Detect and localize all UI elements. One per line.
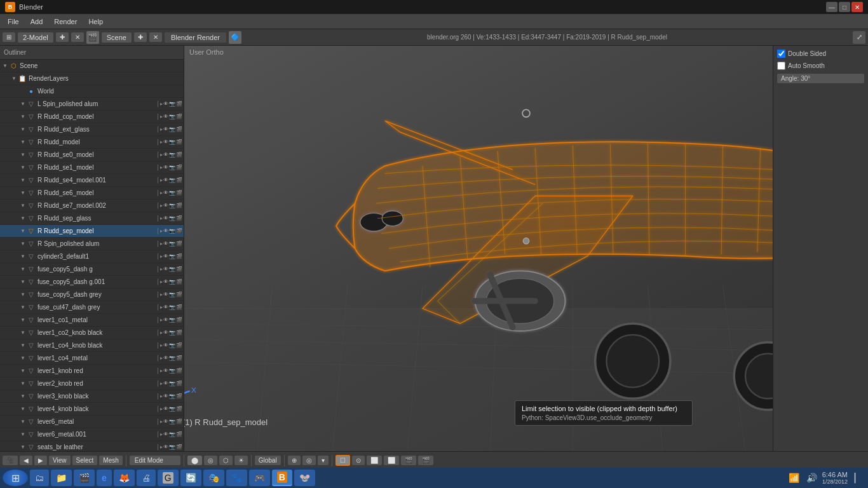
scene-icon-ctrl[interactable]: 🎬 [176,406,182,412]
eye-icon[interactable]: 👁 [163,444,168,450]
scene-icon-ctrl[interactable]: 🎬 [176,381,182,386]
render-icon[interactable]: 📷 [169,279,175,285]
angle-field[interactable]: Angle: 30° [777,74,864,83]
nav-btn-1[interactable]: ◀ [20,456,32,465]
restrict-select-icon[interactable]: ▸ [160,126,163,132]
more-btn-1[interactable]: ⬜ [367,456,382,465]
restrict-select-icon[interactable]: ▸ [160,444,163,450]
eye-icon[interactable]: 👁 [163,101,168,107]
taskbar-app-ie[interactable]: e [97,470,112,486]
scene-icon-ctrl[interactable]: 🎬 [176,330,182,336]
restrict-select-icon[interactable]: ▸ [160,139,163,145]
outliner-item[interactable]: ▼ ▽ fuse_cut47_dash grey │ ▸ 👁 📷 🎬 [0,301,184,314]
render-icon[interactable]: 📷 [169,342,175,348]
restrict-icon[interactable]: │ [156,419,159,424]
scene-icon-ctrl[interactable]: 🎬 [176,393,182,399]
outliner-item[interactable]: ▼ ▽ R Rudd_se0_model │ ▸ 👁 📷 🎬 [0,149,184,161]
eye-icon[interactable]: 👁 [163,393,168,399]
restrict-select-icon[interactable]: ▸ [160,304,163,310]
render-icon[interactable]: 📷 [169,355,175,361]
scene-icon-ctrl[interactable]: 🎬 [176,342,182,348]
render-icon[interactable]: 📷 [169,393,175,399]
view-menu-btn[interactable]: View [49,456,71,465]
render-icon[interactable]: 📷 [169,266,175,272]
eye-icon[interactable]: 👁 [163,342,168,348]
restrict-icon[interactable]: │ [156,381,159,386]
restrict-icon[interactable]: │ [156,215,159,221]
outliner-item[interactable]: ▼ ▽ R Rudd_sep_glass │ ▸ 👁 📷 🎬 [0,212,184,225]
restrict-icon[interactable]: │ [156,101,159,107]
edit-mode-dropdown[interactable]: Edit Mode [130,456,180,465]
minimize-button[interactable]: — [826,2,837,12]
taskbar-app-printer[interactable]: 🖨 [137,470,156,486]
occlude-btn[interactable]: ☐ [336,455,350,466]
restrict-icon[interactable]: │ [156,152,159,158]
scene-icon-ctrl[interactable]: 🎬 [176,254,182,259]
render-icon[interactable]: 📷 [169,419,175,424]
shade-wire-btn[interactable]: ◎ [204,456,217,465]
taskbar-app-files[interactable]: 📁 [51,470,72,486]
taskbar-app-explorer[interactable]: 🗂 [30,470,49,486]
eye-icon[interactable]: 👁 [163,406,168,412]
restrict-icon[interactable]: │ [156,241,159,247]
render-icon[interactable]: 📷 [169,292,175,297]
restrict-icon[interactable]: │ [156,228,159,234]
restrict-select-icon[interactable]: ▸ [160,114,163,119]
restrict-select-icon[interactable]: ▸ [160,279,163,285]
eye-icon[interactable]: 👁 [163,215,168,221]
render-icon[interactable]: 📷 [169,254,175,259]
eye-icon[interactable]: 👁 [163,203,168,208]
outliner-item[interactable]: ▼ ▽ fuse_copy5_dash grey │ ▸ 👁 📷 🎬 [0,288,184,301]
scene-icon-ctrl[interactable]: 🎬 [176,190,182,196]
scene-icon-ctrl[interactable]: 🎬 [176,292,182,297]
scene-icon-ctrl[interactable]: 🎬 [176,126,182,132]
eye-icon[interactable]: 👁 [163,266,168,272]
expand-viewport-btn[interactable]: ⤢ [853,31,865,44]
shade-solid-btn[interactable]: ⬤ [187,456,202,465]
restrict-select-icon[interactable]: ▸ [160,355,163,361]
restrict-icon[interactable]: │ [156,254,159,259]
eye-icon[interactable]: 👁 [163,330,168,336]
restrict-select-icon[interactable]: ▸ [160,254,163,259]
eye-icon[interactable]: 👁 [163,139,168,145]
outliner-item[interactable]: ▼ ▽ R Rudd_se7_model.002 │ ▸ 👁 📷 🎬 [0,200,184,212]
restrict-icon[interactable]: │ [156,203,159,208]
restrict-icon[interactable]: │ [156,330,159,336]
restrict-select-icon[interactable]: ▸ [160,165,163,170]
eye-icon[interactable]: 👁 [163,165,168,170]
volume-icon[interactable]: 🔊 [804,470,820,485]
outliner-item[interactable]: ▼ ▽ R Rudd_se4_model.001 │ ▸ 👁 📷 🎬 [0,174,184,187]
start-button[interactable]: ⊞ [3,470,28,486]
outliner-list[interactable]: ▼ ⬡ Scene ▼ 📋 RenderLayers ● World ▼ ▽ L… [0,60,184,451]
scene-icon-ctrl[interactable]: 🎬 [176,114,182,119]
eye-icon[interactable]: 👁 [163,292,168,297]
restrict-select-icon[interactable]: ▸ [160,292,163,297]
outliner-item[interactable]: ▼ ▽ fuse_copy5_dash g │ ▸ 👁 📷 🎬 [0,263,184,276]
render-icon[interactable]: 📷 [169,304,175,310]
eye-icon[interactable]: 👁 [163,177,168,183]
eye-icon[interactable]: 👁 [163,228,168,234]
restrict-icon[interactable]: │ [156,368,159,374]
outliner-item[interactable]: ▼ ⬡ Scene [0,60,184,72]
restrict-select-icon[interactable]: ▸ [160,203,163,208]
outliner-item[interactable]: ▼ ▽ R Rudd_sep_model │ ▸ 👁 📷 🎬 [0,225,184,238]
scene-icon-ctrl[interactable]: 🎬 [176,215,182,221]
taskbar-app-blender[interactable]: B [272,470,292,486]
scene-icon-ctrl[interactable]: 🎬 [176,444,182,450]
restrict-select-icon[interactable]: ▸ [160,228,163,234]
eye-icon[interactable]: 👁 [163,279,168,285]
taskbar-app-firefox[interactable]: 🦊 [114,470,135,486]
menu-file[interactable]: File [3,17,24,27]
eye-icon[interactable]: 👁 [163,317,168,323]
scene-icon-ctrl[interactable]: 🎬 [176,139,182,145]
outliner-item[interactable]: ▼ ▽ R Rudd_ext_glass │ ▸ 👁 📷 🎬 [0,123,184,136]
add-workspace-btn[interactable]: ✚ [56,32,69,42]
eye-icon[interactable]: 👁 [163,126,168,132]
outliner-item[interactable]: ● World [0,85,184,98]
eye-icon[interactable]: 👁 [163,304,168,310]
proportional-btn[interactable]: ◎ [302,456,316,465]
close-scene-btn[interactable]: ✕ [149,32,162,42]
scene-icon-ctrl[interactable]: 🎬 [176,368,182,374]
outliner-item[interactable]: ▼ ▽ lever1_co2_knob black │ ▸ 👁 📷 🎬 [0,327,184,339]
render-icon[interactable]: 📷 [169,114,175,119]
